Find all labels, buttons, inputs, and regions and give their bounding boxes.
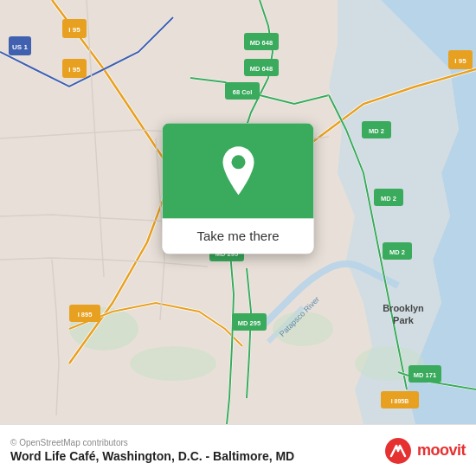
osm-credit: © OpenStreetMap contributors [10, 438, 294, 447]
moovit-text: moovit [417, 441, 466, 460]
svg-point-38 [231, 155, 245, 169]
svg-point-2 [130, 346, 216, 381]
popup-green-area [163, 123, 314, 218]
svg-text:I 895: I 895 [78, 311, 93, 318]
svg-text:I 95: I 95 [454, 57, 466, 65]
svg-text:I 95: I 95 [68, 66, 80, 74]
svg-text:68 Col: 68 Col [233, 88, 253, 96]
svg-text:I 895B: I 895B [391, 398, 409, 404]
svg-text:MD 295: MD 295 [238, 319, 261, 327]
popup-card: Take me there [163, 123, 314, 254]
bottom-info: © OpenStreetMap contributors Word Life C… [10, 438, 294, 463]
svg-text:MD 648: MD 648 [250, 39, 273, 47]
moovit-logo[interactable]: moovit [384, 437, 466, 465]
svg-text:MD 2: MD 2 [369, 127, 384, 135]
map-pin-icon [217, 145, 259, 196]
svg-text:Park: Park [393, 315, 415, 325]
svg-text:MD 171: MD 171 [414, 371, 436, 379]
svg-text:MD 2: MD 2 [381, 195, 396, 203]
take-me-there-button[interactable]: Take me there [163, 218, 314, 254]
svg-text:I 95: I 95 [68, 26, 80, 34]
moovit-icon [384, 437, 412, 465]
map-container: US 1 I 95 I 95 I 95 MD 648 MD 648 68 Col… [0, 0, 476, 424]
svg-text:MD 648: MD 648 [250, 65, 273, 73]
svg-text:US 1: US 1 [12, 43, 28, 51]
bottom-bar: © OpenStreetMap contributors Word Life C… [0, 424, 476, 476]
svg-text:Brooklyn: Brooklyn [383, 303, 424, 313]
svg-text:MD 2: MD 2 [389, 248, 405, 256]
location-title: Word Life Café, Washington, D.C. - Balti… [10, 449, 294, 463]
